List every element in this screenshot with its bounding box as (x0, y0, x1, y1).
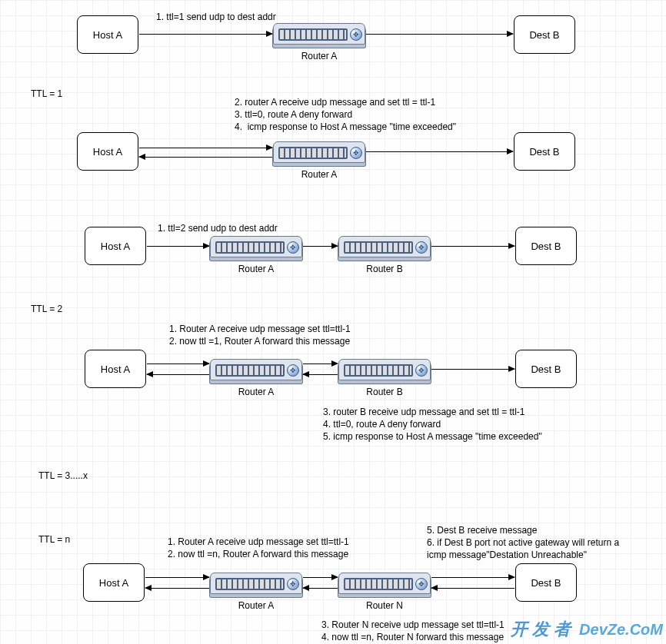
row5-msg-top-left: 1. Router A receive udp message set ttl=… (168, 536, 349, 560)
arrow-hostA-routerA-4a (147, 363, 209, 364)
dest-b-1: Dest B (514, 15, 575, 54)
row4-msg-top: 1. Router A receive udp message set ttl=… (169, 323, 351, 347)
arrow-hostA-routerA-2a (139, 148, 272, 148)
host-a-2: Host A (77, 132, 138, 171)
router-a-2: ✥ Router A (273, 141, 365, 180)
dest-b-5: Dest B (515, 563, 577, 602)
arrow-destB-routerN-5b (431, 588, 514, 589)
router-knob-icon: ✥ (415, 241, 428, 254)
router-knob-icon: ✥ (415, 364, 428, 377)
dest-b-3: Dest B (515, 227, 577, 265)
arrow-routerA-hostA-4b (147, 374, 209, 375)
dest-b-2: Dest B (514, 132, 575, 171)
arrow-routerA-hostA-5b (145, 588, 209, 589)
host-a-label: Host A (93, 146, 122, 158)
router-b-label: Router B (338, 387, 431, 397)
host-a-label: Host A (99, 577, 128, 589)
dest-b-label: Dest B (529, 29, 559, 41)
arrow-hostA-routerA-5a (145, 577, 209, 578)
host-a-3: Host A (85, 227, 146, 265)
host-a-label: Host A (93, 29, 122, 41)
router-knob-icon: ✥ (287, 241, 299, 254)
row2-msg: 2. router A receive udp message and set … (235, 96, 456, 134)
arrow-routerA-routerN-5a (303, 577, 338, 578)
row4-msg-bot: 3. router B receive udp message and set … (323, 406, 542, 443)
row5-msg-bot: 3. Router N receive udp message set ttl=… (321, 619, 504, 643)
host-a-label: Host A (101, 363, 130, 375)
row3-msg1: 1. ttl=2 send udp to dest addr (158, 222, 278, 234)
dest-b-4: Dest B (515, 350, 577, 388)
arrow-routerN-destB-5a (431, 577, 514, 578)
section-label-ttl3x: TTL = 3.....x (38, 470, 88, 481)
router-a-label: Router A (273, 169, 365, 180)
router-a-label: Router A (210, 264, 302, 274)
arrow-routerB-destB-3 (431, 246, 514, 247)
arrow-routerB-destB-4 (431, 369, 514, 370)
router-knob-icon: ✥ (287, 364, 299, 377)
router-a-1: ✥ Router A (273, 23, 365, 61)
arrow-hostA-routerA-3 (147, 246, 209, 247)
section-label-ttln: TTL = n (38, 534, 70, 545)
arrow-routerA-hostA-2b (139, 157, 272, 158)
watermark: 开 发 者 DevZe.CoM (511, 618, 663, 641)
arrow-routerA-routerB-4a (303, 363, 338, 364)
router-a-4: ✥ Router A (210, 359, 302, 397)
router-a-5: ✥ Router A (210, 573, 302, 611)
section-label-ttl1: TTL = 1 (31, 88, 62, 99)
router-b-label: Router B (338, 264, 431, 274)
row5-msg-top-right: 5. Dest B receive message 6. if Dest B p… (427, 524, 619, 562)
router-b-4: ✥ Router B (338, 359, 431, 397)
router-b-3: ✥ Router B (338, 236, 431, 274)
dest-b-label: Dest B (531, 363, 561, 375)
row1-msg1: 1. ttl=1 send udp to dest addr (156, 11, 276, 23)
host-a-5: Host A (83, 563, 145, 602)
dest-b-label: Dest B (531, 241, 561, 252)
arrow-routerA-routerB-3 (303, 246, 338, 247)
arrow-routerA-destB-2 (366, 151, 513, 152)
host-a-label: Host A (101, 241, 130, 252)
router-knob-icon: ✥ (287, 578, 299, 590)
router-knob-icon: ✥ (350, 28, 362, 41)
router-a-label: Router A (210, 600, 302, 611)
section-label-ttl2: TTL = 2 (31, 304, 62, 314)
router-a-label: Router A (210, 387, 302, 397)
arrow-hostA-routerA-1 (139, 34, 272, 35)
host-a-1: Host A (77, 15, 138, 54)
router-n-5: ✥ Router N (338, 573, 431, 611)
host-a-4: Host A (85, 350, 146, 388)
router-n-label: Router N (338, 600, 431, 611)
arrow-routerB-routerA-4b (303, 374, 338, 375)
arrow-routerA-destB-1 (366, 34, 513, 35)
router-knob-icon: ✥ (415, 578, 428, 590)
arrow-routerN-routerA-5b (303, 588, 338, 589)
dest-b-label: Dest B (531, 577, 561, 589)
router-knob-icon: ✥ (350, 147, 362, 159)
dest-b-label: Dest B (529, 146, 559, 158)
router-a-label: Router A (273, 51, 365, 61)
router-a-3: ✥ Router A (210, 236, 302, 274)
